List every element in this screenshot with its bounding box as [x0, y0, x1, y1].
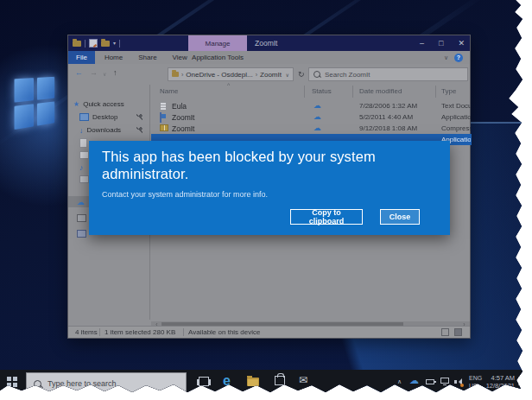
start-button[interactable] [7, 377, 18, 388]
help-icon[interactable]: ? [454, 54, 463, 62]
file-row-eula[interactable]: Eula ☁ 7/28/2006 1:32 AM Text Document [151, 100, 472, 111]
tab-share[interactable]: Share [130, 51, 164, 64]
tab-home[interactable]: Home [97, 51, 130, 64]
window-title: ZoomIt [255, 35, 277, 51]
column-header-type[interactable]: Type [441, 87, 456, 95]
forward-icon[interactable]: → [90, 68, 98, 77]
sidebar-item-label: Quick access [83, 100, 124, 108]
zip-folder-icon [160, 124, 168, 131]
selection-summary: 1 item selected 280 KB [104, 328, 175, 336]
file-name: ZoomIt [172, 113, 194, 122]
properties-icon[interactable] [89, 39, 98, 48]
videos-icon [79, 175, 89, 183]
search-input[interactable]: Search ZoomIt [308, 67, 468, 81]
documents-icon [79, 138, 87, 148]
dialog-message: Contact your system administrator for mo… [102, 190, 268, 199]
collapse-ribbon-icon[interactable]: ∨ [444, 54, 448, 61]
item-count: 4 items [75, 328, 98, 336]
search-icon [314, 71, 320, 78]
search-icon [34, 380, 41, 388]
maximize-button[interactable]: □ [439, 39, 443, 48]
manage-contextual-header: Manage [188, 35, 247, 51]
battery-icon[interactable] [426, 379, 434, 384]
file-name: Eula [172, 102, 187, 111]
tab-application-tools[interactable]: Application Tools [188, 51, 247, 64]
window-controls: – □ ✕ [420, 35, 465, 51]
file-name: ZoomIt [172, 124, 194, 133]
app-blocked-dialog: This app has been blocked by your system… [89, 141, 450, 235]
column-separator[interactable] [304, 86, 305, 98]
taskbar: Type here to search e ✉ ∧ ☁ ENG US 4:57 … [0, 370, 532, 400]
sidebar-item-quick-access[interactable]: ★ Quick access [68, 98, 149, 110]
address-toolbar: ← → ∨ ↑ › OneDrive - Osddepl... › ZoomIt… [68, 64, 470, 85]
region-code: US [469, 382, 482, 390]
details-view-button[interactable] [441, 328, 449, 336]
tab-file[interactable]: File [68, 51, 95, 64]
dialog-close-button[interactable]: Close [380, 209, 420, 225]
title-bar: ▾ Manage ZoomIt – □ ✕ [68, 35, 470, 51]
column-header-date-modified[interactable]: Date modified [359, 87, 402, 95]
file-date: 9/12/2018 1:08 AM [359, 124, 417, 132]
quick-access-toolbar: ▾ [73, 39, 120, 48]
language-indicator[interactable]: ENG US [469, 374, 482, 390]
minimize-button[interactable]: – [420, 39, 424, 48]
volume-badge [460, 384, 464, 387]
status-bar: 4 items 1 item selected 280 KB Available… [68, 326, 470, 338]
column-separator[interactable] [435, 86, 436, 98]
mail-icon[interactable]: ✉ [299, 374, 307, 386]
breadcrumb[interactable]: › OneDrive - Osddepl... › ZoomIt ∨ [168, 67, 294, 81]
sidebar-item-downloads[interactable]: ↓ Downloads [68, 124, 149, 136]
network-icon [77, 230, 86, 238]
microsoft-store-icon[interactable] [275, 376, 285, 385]
file-date: 7/28/2006 1:32 AM [359, 102, 417, 110]
back-icon[interactable]: ← [75, 68, 83, 77]
file-type: Text Document [441, 102, 471, 110]
file-explorer-icon[interactable] [247, 378, 259, 386]
action-center-icon[interactable] [518, 377, 527, 385]
column-header-status[interactable]: Status [312, 87, 332, 95]
edge-browser-icon[interactable]: e [223, 373, 231, 389]
cloud-status-icon: ☁ [314, 124, 321, 132]
address-dropdown-icon[interactable]: ∨ [286, 72, 289, 78]
breadcrumb-current[interactable]: ZoomIt [260, 71, 282, 79]
network-icon[interactable] [440, 378, 449, 384]
breadcrumb-separator: › [256, 72, 257, 78]
chevron-down-icon[interactable]: ▾ [113, 41, 116, 47]
new-folder-icon[interactable] [101, 41, 110, 47]
task-view-icon[interactable] [199, 377, 209, 386]
file-row-zoomit-exe[interactable]: ZoomIt ☁ 5/2/2011 4:40 AM Application [151, 111, 472, 123]
sort-indicator-icon: ^ [227, 82, 230, 88]
up-icon[interactable]: ↑ [113, 68, 117, 77]
recent-locations-icon[interactable]: ∨ [103, 71, 106, 77]
windows-logo-icon [15, 77, 55, 143]
taskbar-search-input[interactable]: Type here to search [26, 372, 187, 395]
file-date: 5/2/2011 4:40 AM [359, 113, 413, 121]
desktop-icon [79, 113, 89, 121]
refresh-icon[interactable]: ↻ [298, 70, 305, 79]
sidebar-item-desktop[interactable]: Desktop [68, 111, 149, 123]
file-row-zoomit-zip[interactable]: ZoomIt ☁ 9/12/2018 1:08 AM Compressed [151, 123, 472, 134]
show-hidden-icons-chevron[interactable]: ∧ [397, 378, 402, 385]
language-code: ENG [469, 374, 482, 382]
file-type: Application [441, 113, 471, 121]
onedrive-cloud-icon: ☁ [77, 198, 85, 206]
onedrive-tray-icon[interactable]: ☁ [409, 375, 419, 386]
separator [183, 328, 184, 336]
icons-view-button[interactable] [454, 328, 462, 336]
pictures-icon [79, 151, 89, 159]
copy-to-clipboard-button[interactable]: Copy to clipboard [290, 209, 363, 225]
column-header-name[interactable]: Name [160, 87, 178, 95]
separator [119, 40, 120, 48]
column-separator[interactable] [352, 86, 353, 98]
music-icon: ♪ [79, 163, 84, 172]
close-button[interactable]: ✕ [458, 39, 465, 48]
ribbon-tab-strip: File Home Share View Application Tools [68, 51, 470, 64]
quick-access-icon: ★ [73, 100, 79, 108]
sidebar-item-label: Downloads [87, 126, 122, 134]
dialog-title: This app has been blocked by your system… [102, 148, 437, 183]
file-type: Compressed [441, 124, 471, 132]
pin-icon [136, 127, 142, 133]
breadcrumb-root[interactable]: OneDrive - Osddepl... [186, 71, 252, 79]
cloud-status-icon: ☁ [314, 101, 321, 110]
taskbar-clock[interactable]: 4:57 AM 12/8/2021 [484, 374, 515, 390]
